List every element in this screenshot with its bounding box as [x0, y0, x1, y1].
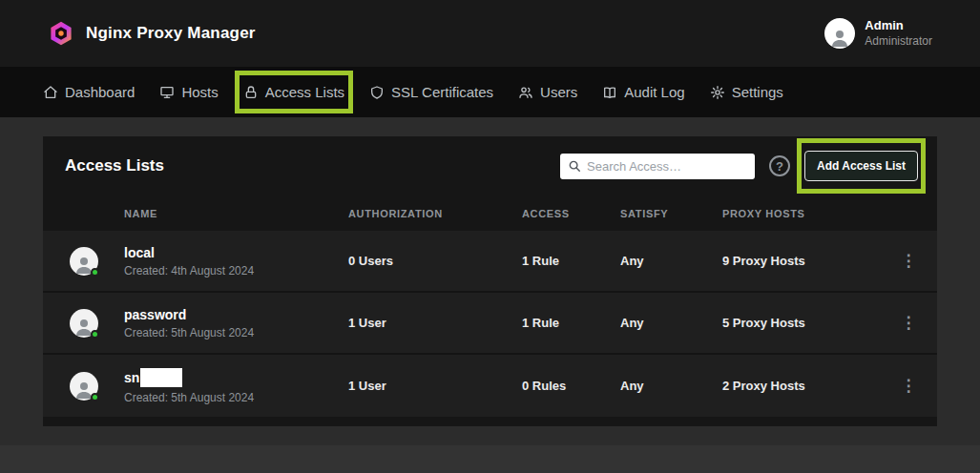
nav-audit-log-label: Audit Log: [624, 84, 684, 100]
top-bar: Nginx Proxy Manager Admin Administrator: [0, 0, 980, 67]
status-dot: [91, 268, 99, 277]
nav-hosts[interactable]: Hosts: [159, 84, 218, 100]
brand: Nginx Proxy Manager: [48, 20, 256, 47]
content-area: Access Lists ? Add Access List: [0, 117, 980, 445]
created-date: Created: 5th August 2024: [124, 391, 348, 404]
kebab-icon: ⋮: [901, 252, 917, 270]
access-list-name: sn: [124, 370, 139, 385]
dashboard-icon: [43, 85, 58, 100]
user-menu[interactable]: Admin Administrator: [824, 18, 932, 49]
nav-users-label: Users: [540, 84, 577, 100]
nav-settings-label: Settings: [732, 84, 783, 100]
table-row[interactable]: sn Created: 5th August 2024 1 User 0 Rul…: [43, 355, 937, 417]
row-avatar: [70, 247, 98, 276]
row-menu-button[interactable]: ⋮: [893, 374, 925, 398]
search-box: [560, 154, 755, 179]
page-footer: [0, 445, 980, 473]
add-access-list-button[interactable]: Add Access List: [804, 151, 918, 181]
nav-hosts-label: Hosts: [181, 84, 218, 100]
add-button-wrap: Add Access List: [804, 151, 918, 181]
access-cell: 1 Rule: [522, 316, 620, 330]
app-logo-icon: [48, 20, 74, 47]
authorization-cell: 0 Users: [348, 254, 522, 268]
search-input[interactable]: [587, 159, 747, 174]
app-title: Nginx Proxy Manager: [86, 24, 256, 43]
access-list-name: password: [124, 307, 186, 322]
main-nav: Dashboard Hosts Access Lists SSL Certifi…: [0, 67, 980, 117]
ssl-shield-icon: [369, 85, 385, 100]
authorization-cell: 1 User: [348, 379, 522, 393]
column-satisfy: SATISFY: [620, 208, 722, 219]
gear-icon: [710, 85, 725, 100]
search-icon: [568, 159, 581, 173]
proxy-hosts-cell: 2 Proxy Hosts: [722, 379, 880, 393]
redaction-box: [140, 368, 182, 387]
audit-log-icon: [602, 85, 617, 100]
status-dot: [91, 330, 99, 339]
satisfy-cell: Any: [620, 316, 722, 330]
user-name: Admin: [865, 18, 932, 33]
created-date: Created: 5th August 2024: [124, 326, 348, 339]
nav-users[interactable]: Users: [518, 84, 577, 100]
access-cell: 0 Rules: [522, 379, 620, 393]
column-authorization: AUTHORIZATION: [348, 208, 522, 219]
satisfy-cell: Any: [620, 379, 722, 393]
column-name: NAME: [124, 208, 348, 219]
row-avatar: [70, 372, 98, 401]
page: Nginx Proxy Manager Admin Administrator …: [0, 0, 980, 473]
nav-access-lists[interactable]: Access Lists: [243, 84, 344, 100]
status-dot: [91, 393, 99, 401]
panel-header: Access Lists ? Add Access List: [43, 136, 937, 195]
row-menu-button[interactable]: ⋮: [893, 311, 925, 335]
hosts-icon: [159, 85, 175, 100]
user-role: Administrator: [865, 34, 932, 49]
column-proxy-hosts: PROXY HOSTS: [722, 208, 880, 219]
nav-access-lists-label: Access Lists: [265, 84, 344, 100]
table-row[interactable]: password Created: 5th August 2024 1 User…: [43, 293, 937, 355]
column-access: ACCESS: [522, 208, 620, 219]
row-menu-button[interactable]: ⋮: [893, 249, 925, 273]
proxy-hosts-cell: 5 Proxy Hosts: [722, 316, 880, 330]
table-header: NAME AUTHORIZATION ACCESS SATISFY PROXY …: [43, 195, 937, 231]
kebab-icon: ⋮: [901, 377, 917, 395]
access-cell: 1 Rule: [522, 254, 620, 268]
row-avatar: [70, 309, 98, 338]
nav-ssl-certificates[interactable]: SSL Certificates: [369, 84, 493, 100]
nav-dashboard-label: Dashboard: [65, 84, 135, 100]
table-row[interactable]: local Created: 4th August 2024 0 Users 1…: [43, 231, 937, 293]
access-list-name: local: [124, 245, 155, 260]
nav-dashboard[interactable]: Dashboard: [43, 84, 135, 100]
nav-settings[interactable]: Settings: [710, 84, 783, 100]
user-avatar: [824, 18, 855, 49]
help-icon: ?: [776, 159, 783, 174]
users-icon: [518, 85, 533, 100]
nav-audit-log[interactable]: Audit Log: [602, 84, 684, 100]
created-date: Created: 4th August 2024: [124, 264, 348, 278]
access-lists-panel: Access Lists ? Add Access List: [43, 136, 937, 426]
kebab-icon: ⋮: [901, 314, 917, 332]
help-button[interactable]: ?: [769, 155, 790, 176]
panel-title: Access Lists: [65, 156, 164, 175]
nav-ssl-certificates-label: SSL Certificates: [391, 84, 493, 100]
proxy-hosts-cell: 9 Proxy Hosts: [722, 254, 880, 268]
panel-actions: ? Add Access List: [560, 151, 918, 181]
user-info: Admin Administrator: [865, 18, 932, 48]
satisfy-cell: Any: [620, 254, 722, 268]
authorization-cell: 1 User: [348, 316, 522, 330]
lock-icon: [243, 85, 259, 100]
